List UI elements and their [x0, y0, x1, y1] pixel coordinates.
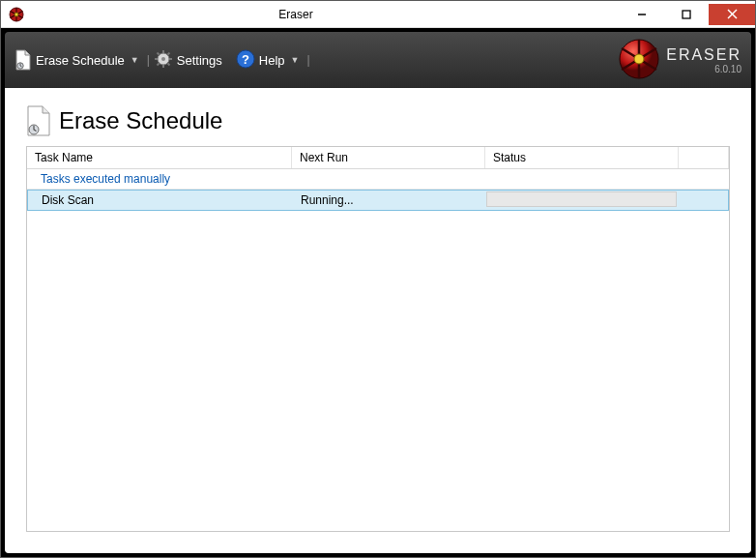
eraser-logo-icon: [618, 38, 660, 83]
page-title: Erase Schedule: [59, 107, 222, 134]
settings-toolbar-button[interactable]: Settings: [154, 49, 222, 72]
app-frame: Erase Schedule ▼ | Settings ? Help ▼ |: [1, 28, 755, 557]
minimize-button[interactable]: [620, 4, 664, 25]
task-grid: Task Name Next Run Status Tasks executed…: [26, 146, 730, 532]
help-label: Help: [259, 53, 285, 68]
maximize-button[interactable]: [664, 4, 709, 25]
group-row-manual[interactable]: Tasks executed manually: [27, 169, 729, 190]
brand-text: ERASER 6.0.10: [666, 46, 741, 74]
grid-body: Tasks executed manually Disk Scan Runnin…: [27, 169, 729, 531]
gear-icon: [154, 49, 173, 72]
document-icon: [15, 49, 32, 71]
svg-line-16: [167, 52, 169, 54]
window-buttons: [620, 4, 755, 25]
cell-task-name: Disk Scan: [28, 191, 293, 210]
svg-point-8: [161, 57, 165, 61]
brand-name: ERASER: [666, 46, 741, 64]
cell-status: [486, 191, 680, 210]
chevron-down-icon: ▼: [131, 55, 139, 65]
chevron-down-icon: ▼: [291, 55, 300, 65]
close-button[interactable]: [709, 4, 755, 25]
help-icon: ?: [236, 49, 255, 72]
svg-point-20: [634, 54, 644, 64]
app-window: Eraser Erase Schedule ▼ | Settings: [0, 0, 756, 558]
col-header-status[interactable]: Status: [485, 147, 679, 168]
cell-next-run: Running...: [293, 191, 486, 210]
svg-line-13: [157, 52, 159, 54]
brand-version: 6.0.10: [714, 64, 741, 74]
svg-line-14: [167, 63, 169, 65]
separator: |: [147, 53, 150, 67]
brand-logo: ERASER 6.0.10: [618, 38, 741, 83]
window-title: Eraser: [0, 8, 620, 21]
svg-line-15: [157, 63, 159, 65]
settings-label: Settings: [177, 53, 222, 68]
help-toolbar-button[interactable]: ? Help ▼: [236, 49, 300, 72]
toolbar: Erase Schedule ▼ | Settings ? Help ▼ |: [5, 32, 751, 88]
table-row[interactable]: Disk Scan Running...: [27, 190, 729, 211]
status-progress-bar: [486, 191, 677, 207]
page-heading: Erase Schedule: [26, 105, 730, 136]
grid-header: Task Name Next Run Status: [27, 147, 729, 169]
svg-text:?: ?: [242, 52, 249, 67]
separator: |: [306, 53, 309, 67]
svg-rect-3: [683, 11, 690, 18]
erase-schedule-label: Erase Schedule: [36, 53, 125, 68]
col-header-next-run[interactable]: Next Run: [292, 147, 485, 168]
content-pane: Erase Schedule Task Name Next Run Status…: [5, 88, 751, 553]
col-header-task-name[interactable]: Task Name: [27, 147, 292, 168]
col-header-pad: [679, 147, 729, 168]
erase-schedule-toolbar-button[interactable]: Erase Schedule ▼: [15, 49, 139, 71]
document-clock-icon: [26, 105, 51, 136]
cell-pad: [680, 191, 728, 210]
titlebar: Eraser: [1, 1, 755, 28]
